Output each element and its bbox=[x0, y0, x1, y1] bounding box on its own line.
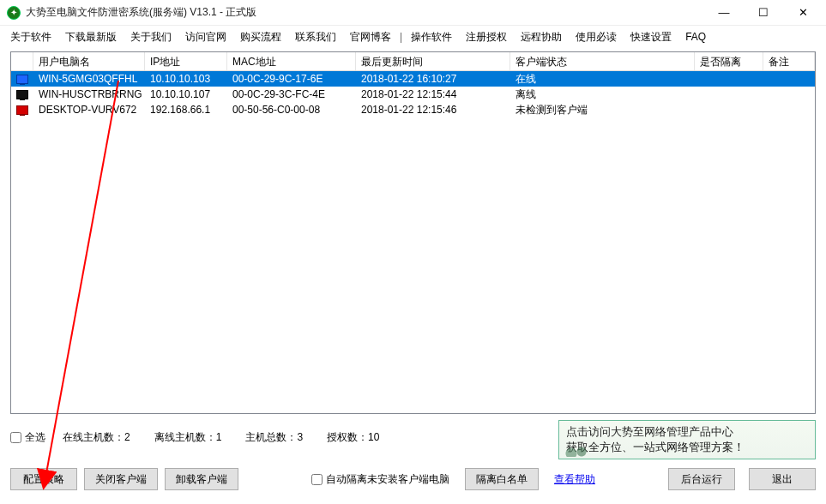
cell-ip: 192.168.66.1 bbox=[145, 103, 227, 117]
menu-item[interactable]: 下载最新版 bbox=[58, 27, 124, 47]
monitor-icon bbox=[16, 75, 28, 84]
cell-time: 2018-01-22 12:15:46 bbox=[356, 103, 510, 117]
auto-isolate-checkbox[interactable]: 自动隔离未安装客户端电脑 bbox=[311, 472, 449, 487]
cell-note bbox=[763, 93, 815, 95]
menu-item[interactable]: 关于软件 bbox=[3, 27, 58, 47]
menu-item[interactable]: 快速设置 bbox=[624, 27, 678, 47]
promo-line1: 点击访问大势至网络管理产品中心 bbox=[566, 424, 808, 440]
cell-mac: 00-0C-29-3C-FC-4E bbox=[227, 87, 356, 101]
cell-ip: 10.10.10.107 bbox=[145, 87, 227, 101]
cell-time: 2018-01-22 12:15:44 bbox=[356, 87, 510, 101]
menu-item[interactable]: 操作软件 bbox=[404, 27, 459, 47]
monitor-icon bbox=[16, 90, 28, 99]
cell-time: 2018-01-22 16:10:27 bbox=[356, 72, 510, 86]
menu-item[interactable]: 官网博客 bbox=[343, 27, 398, 47]
online-count: 在线主机数：2 bbox=[63, 430, 130, 445]
cell-isolation bbox=[695, 78, 763, 80]
select-all-label: 全选 bbox=[25, 430, 45, 445]
menu-item[interactable]: FAQ bbox=[678, 28, 713, 45]
cell-ip: 10.10.10.103 bbox=[145, 72, 227, 86]
table-row[interactable]: WIN-5GMG03QFFHL10.10.10.10300-0C-29-9C-1… bbox=[11, 71, 815, 87]
cell-isolation bbox=[695, 109, 763, 111]
col-icon[interactable] bbox=[11, 52, 33, 70]
cell-name: DESKTOP-VURV672 bbox=[33, 103, 145, 117]
total-count: 主机总数：3 bbox=[245, 430, 303, 445]
cell-status: 离线 bbox=[510, 87, 695, 103]
menu-item[interactable]: 访问官网 bbox=[178, 27, 233, 47]
client-table: 用户电脑名 IP地址 MAC地址 最后更新时间 客户端状态 是否隔离 备注 WI… bbox=[10, 51, 816, 414]
col-ip[interactable]: IP地址 bbox=[145, 52, 227, 70]
view-help-link[interactable]: 查看帮助 bbox=[554, 472, 595, 487]
close-client-button[interactable]: 关闭客户端 bbox=[84, 468, 158, 490]
minimize-button[interactable]: — bbox=[704, 0, 744, 25]
cell-mac: 00-0C-29-9C-17-6E bbox=[227, 72, 356, 86]
footer: 配置策略 关闭客户端 卸载客户端 自动隔离未安装客户端电脑 隔离白名单 查看帮助… bbox=[10, 466, 816, 492]
menu-item[interactable]: 关于我们 bbox=[124, 27, 178, 47]
menu-item[interactable]: 使用必读 bbox=[569, 27, 624, 47]
col-mac[interactable]: MAC地址 bbox=[227, 52, 356, 70]
cell-status: 在线 bbox=[510, 71, 695, 87]
promo-line2: 获取全方位、一站式网络管理方案！ bbox=[566, 440, 808, 455]
titlebar: ✦ 大势至电脑文件防泄密系统(服务端) V13.1 - 正式版 — ☐ ✕ bbox=[0, 0, 826, 26]
app-icon: ✦ bbox=[7, 6, 21, 20]
menu-item[interactable]: 购买流程 bbox=[233, 27, 288, 47]
col-isolation[interactable]: 是否隔离 bbox=[695, 52, 763, 70]
cell-isolation bbox=[695, 93, 763, 95]
isolate-whitelist-button[interactable]: 隔离白名单 bbox=[465, 468, 539, 490]
config-policy-button[interactable]: 配置策略 bbox=[10, 468, 77, 490]
table-row[interactable]: DESKTOP-VURV672192.168.66.100-50-56-C0-0… bbox=[11, 102, 815, 117]
auto-isolate-label: 自动隔离未安装客户端电脑 bbox=[326, 472, 449, 487]
close-button[interactable]: ✕ bbox=[783, 0, 823, 25]
col-time[interactable]: 最后更新时间 bbox=[356, 52, 510, 70]
maximize-button[interactable]: ☐ bbox=[744, 0, 783, 25]
run-background-button[interactable]: 后台运行 bbox=[668, 468, 735, 490]
col-name[interactable]: 用户电脑名 bbox=[33, 52, 145, 70]
auth-count: 授权数：10 bbox=[327, 430, 379, 445]
table-header: 用户电脑名 IP地址 MAC地址 最后更新时间 客户端状态 是否隔离 备注 bbox=[11, 52, 815, 71]
monitor-icon bbox=[16, 105, 28, 115]
menu-item[interactable]: 注册授权 bbox=[459, 27, 514, 47]
offline-count: 离线主机数：1 bbox=[154, 430, 222, 445]
exit-button[interactable]: 退出 bbox=[749, 468, 816, 490]
window-title: 大势至电脑文件防泄密系统(服务端) V13.1 - 正式版 bbox=[26, 5, 704, 20]
cell-mac: 00-50-56-C0-00-08 bbox=[227, 103, 356, 117]
table-row[interactable]: WIN-HUSCTRBRRNG10.10.10.10700-0C-29-3C-F… bbox=[11, 87, 815, 102]
menu-item[interactable]: 远程协助 bbox=[514, 27, 569, 47]
cell-note bbox=[763, 109, 815, 111]
col-status[interactable]: 客户端状态 bbox=[510, 52, 695, 70]
table-body: WIN-5GMG03QFFHL10.10.10.10300-0C-29-9C-1… bbox=[11, 71, 815, 117]
cell-name: WIN-5GMG03QFFHL bbox=[33, 72, 145, 86]
cell-status: 未检测到客户端 bbox=[510, 102, 695, 118]
menu-separator: | bbox=[398, 28, 404, 45]
menubar: 关于软件下载最新版关于我们访问官网购买流程联系我们官网博客|操作软件注册授权远程… bbox=[0, 26, 826, 48]
cell-note bbox=[763, 78, 815, 80]
auto-isolate-input[interactable] bbox=[311, 474, 323, 485]
uninstall-client-button[interactable]: 卸载客户端 bbox=[165, 468, 238, 490]
select-all-input[interactable] bbox=[10, 432, 21, 443]
col-note[interactable]: 备注 bbox=[763, 52, 815, 70]
select-all-checkbox[interactable]: 全选 bbox=[10, 430, 45, 445]
cell-name: WIN-HUSCTRBRRNG bbox=[33, 87, 145, 101]
menu-item[interactable]: 联系我们 bbox=[288, 27, 343, 47]
promo-banner[interactable]: 点击访问大势至网络管理产品中心 获取全方位、一站式网络管理方案！ bbox=[558, 420, 816, 459]
